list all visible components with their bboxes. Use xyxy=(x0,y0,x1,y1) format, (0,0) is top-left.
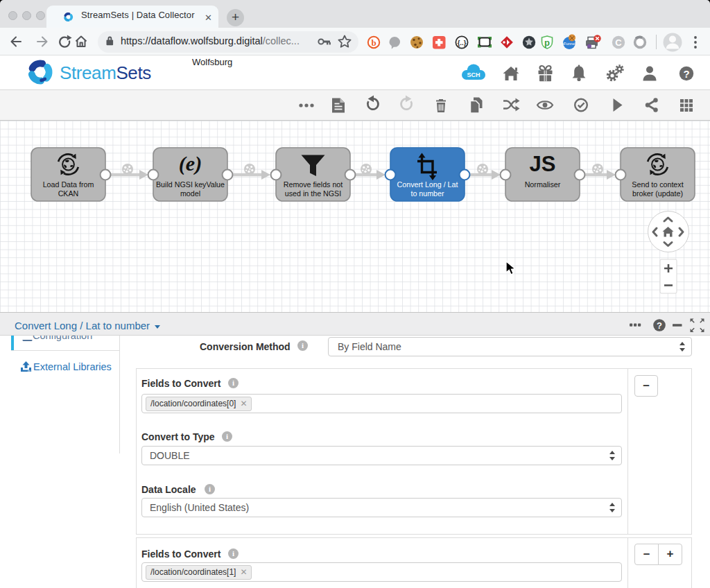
svg-text:Build NGSI keyValue: Build NGSI keyValue xyxy=(156,180,225,189)
svg-text:(e): (e) xyxy=(179,152,202,175)
svg-text:to number: to number xyxy=(410,189,444,198)
svg-text:Remove fields not: Remove fields not xyxy=(284,180,343,189)
svg-text:Normaliser: Normaliser xyxy=(525,180,561,189)
svg-text:C: C xyxy=(615,37,622,48)
svg-text:b: b xyxy=(371,37,376,48)
svg-text:p: p xyxy=(544,37,550,48)
svg-text:used in the NGSI: used in the NGSI xyxy=(285,189,341,198)
svg-text:SCH: SCH xyxy=(467,71,480,78)
svg-text:{..}: {..} xyxy=(458,39,467,46)
svg-text:?: ? xyxy=(657,320,662,331)
svg-text:Send to context: Send to context xyxy=(632,180,683,189)
svg-text:uFunnel: uFunnel xyxy=(562,42,575,46)
svg-text:model: model xyxy=(180,189,200,198)
svg-text:Convert Long / Lat: Convert Long / Lat xyxy=(397,180,458,189)
svg-text:JS: JS xyxy=(530,152,556,176)
svg-text:Load Data from: Load Data from xyxy=(43,180,94,189)
svg-text:?: ? xyxy=(683,68,689,80)
svg-text:CKAN: CKAN xyxy=(58,189,79,198)
svg-text:broker (update): broker (update) xyxy=(632,189,683,198)
